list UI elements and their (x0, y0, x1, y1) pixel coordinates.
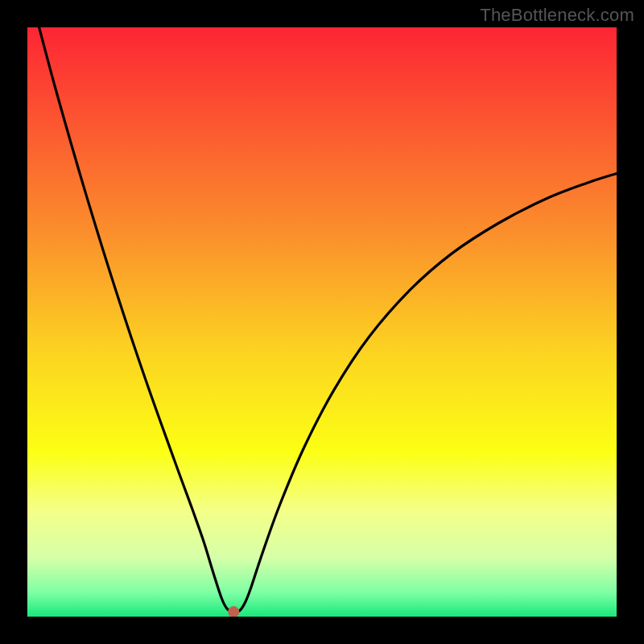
chart-frame: TheBottleneck.com (0, 0, 644, 644)
optimal-point-marker (228, 606, 239, 617)
bottleneck-curve (27, 27, 617, 617)
watermark-text: TheBottleneck.com (480, 5, 634, 26)
plot-area (27, 27, 617, 617)
